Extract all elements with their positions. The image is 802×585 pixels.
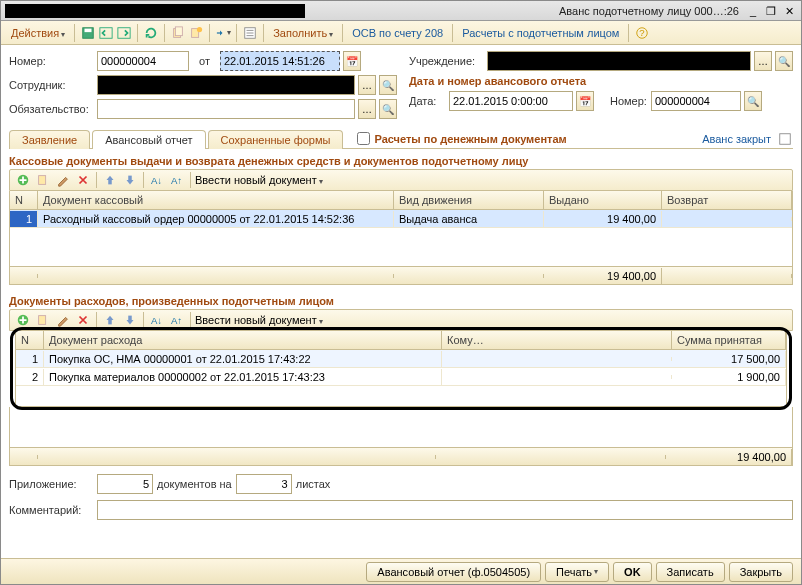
comment-input[interactable] xyxy=(97,500,793,520)
section1-title: Кассовые документы выдачи и возврата ден… xyxy=(9,155,793,167)
tab-advance-report[interactable]: Авансовый отчет xyxy=(92,130,205,149)
comment-label: Комментарий: xyxy=(9,504,93,516)
datetime-calendar-button[interactable]: 📅 xyxy=(343,51,361,71)
from-label: от xyxy=(199,55,210,67)
sort-desc-icon[interactable]: A↑ xyxy=(168,171,186,189)
add-icon[interactable] xyxy=(14,171,32,189)
col2-n[interactable]: N xyxy=(16,331,44,349)
col-doc[interactable]: Документ кассовый xyxy=(38,191,394,209)
section2-toolbar: A↓ A↑ Ввести новый документ xyxy=(9,309,793,331)
main-toolbar: Действия Заполнить ОСВ по счету 208 Расч… xyxy=(1,21,801,45)
datetime-input[interactable]: 22.01.2015 14:51:26 xyxy=(220,51,340,71)
new-copy-icon[interactable] xyxy=(188,25,204,41)
move-down-icon-2[interactable] xyxy=(121,311,139,329)
table-row[interactable]: 1 Расходный кассовый ордер 00000005 от 2… xyxy=(10,210,792,228)
col2-doc[interactable]: Документ расхода xyxy=(44,331,442,349)
number-input[interactable]: 000000004 xyxy=(97,51,189,71)
svg-rect-1 xyxy=(85,28,92,32)
report-number-search-button[interactable]: 🔍 xyxy=(744,91,762,111)
fill-menu[interactable]: Заполнить xyxy=(269,25,337,41)
copy-icon[interactable] xyxy=(170,25,186,41)
copy-row-icon-2[interactable] xyxy=(34,311,52,329)
obligation-input[interactable] xyxy=(97,99,355,119)
restore-button[interactable]: ❐ xyxy=(763,4,779,18)
svg-text:A↓: A↓ xyxy=(151,315,162,326)
institution-input[interactable] xyxy=(487,51,751,71)
nav-next-icon[interactable] xyxy=(116,25,132,41)
obligation-select-button[interactable]: … xyxy=(358,99,376,119)
save-button[interactable]: Записать xyxy=(656,562,725,582)
delete-icon[interactable] xyxy=(74,171,92,189)
sort-asc-icon-2[interactable]: A↓ xyxy=(148,311,166,329)
minimize-button[interactable]: _ xyxy=(745,4,761,18)
total-issued: 19 400,00 xyxy=(544,268,662,284)
save-icon[interactable] xyxy=(80,25,96,41)
report-date-calendar-button[interactable]: 📅 xyxy=(576,91,594,111)
sheets-count-input[interactable]: 3 xyxy=(236,474,292,494)
attachment-count-input[interactable]: 5 xyxy=(97,474,153,494)
number2-label: Номер: xyxy=(610,95,647,107)
employee-input[interactable] xyxy=(97,75,355,95)
col2-to[interactable]: Кому… xyxy=(442,331,672,349)
table-row[interactable]: 2 Покупка материалов 00000002 от 22.01.2… xyxy=(16,368,786,386)
copy-row-icon[interactable] xyxy=(34,171,52,189)
grid-cash-docs: N Документ кассовый Вид движения Выдано … xyxy=(9,191,793,285)
col2-sum[interactable]: Сумма принятая xyxy=(672,331,786,349)
docs-on-label: документов на xyxy=(157,478,232,490)
col-issued[interactable]: Выдано xyxy=(544,191,662,209)
report-number-input[interactable]: 000000004 xyxy=(651,91,741,111)
sort-asc-icon[interactable]: A↓ xyxy=(148,171,166,189)
sheets-label: листах xyxy=(296,478,331,490)
osv-link[interactable]: ОСВ по счету 208 xyxy=(348,25,447,41)
form-button[interactable]: Авансовый отчет (ф.0504505) xyxy=(366,562,541,582)
edit-icon-2[interactable] xyxy=(54,311,72,329)
employee-search-button[interactable]: 🔍 xyxy=(379,75,397,95)
window-title: Аванс подотчетному лицу 000…:26 xyxy=(313,5,743,17)
institution-search-button[interactable]: 🔍 xyxy=(775,51,793,71)
section2-title: Документы расходов, произведенных подотч… xyxy=(9,295,793,307)
delete-icon-2[interactable] xyxy=(74,311,92,329)
col-return[interactable]: Возврат xyxy=(662,191,792,209)
ok-button[interactable]: OK xyxy=(613,562,652,582)
svg-rect-23 xyxy=(108,320,112,324)
institution-select-button[interactable]: … xyxy=(754,51,772,71)
table-row[interactable]: 1 Покупка ОС, НМА 00000001 от 22.01.2015… xyxy=(16,350,786,368)
obligation-search-button[interactable]: 🔍 xyxy=(379,99,397,119)
money-docs-checkbox[interactable] xyxy=(357,132,370,145)
help-icon[interactable]: ? xyxy=(634,25,650,41)
svg-rect-17 xyxy=(108,180,112,184)
close-form-button[interactable]: Закрыть xyxy=(729,562,793,582)
tabs: Заявление Авансовый отчет Сохраненные фо… xyxy=(9,129,793,149)
sort-desc-icon-2[interactable]: A↑ xyxy=(168,311,186,329)
advance-closed-link[interactable]: Аванс закрыт xyxy=(696,131,777,147)
calc-link[interactable]: Расчеты с подотчетным лицом xyxy=(458,25,623,41)
enter-new-doc-2[interactable]: Ввести новый документ xyxy=(195,314,323,326)
actions-menu[interactable]: Действия xyxy=(7,25,69,41)
col-n[interactable]: N xyxy=(10,191,38,209)
add-icon-2[interactable] xyxy=(14,311,32,329)
svg-point-7 xyxy=(197,26,202,31)
report-date-input[interactable]: 22.01.2015 0:00:00 xyxy=(449,91,573,111)
employee-select-button[interactable]: … xyxy=(358,75,376,95)
print-button[interactable]: Печать xyxy=(545,562,609,582)
attachment-label: Приложение: xyxy=(9,478,93,490)
move-down-icon[interactable] xyxy=(121,171,139,189)
go-icon[interactable] xyxy=(215,25,231,41)
close-button[interactable]: ✕ xyxy=(781,4,797,18)
svg-rect-14 xyxy=(780,133,791,144)
list-icon[interactable] xyxy=(242,25,258,41)
tab-application[interactable]: Заявление xyxy=(9,130,90,149)
refresh-icon[interactable] xyxy=(143,25,159,41)
move-up-icon-2[interactable] xyxy=(101,311,119,329)
move-up-icon[interactable] xyxy=(101,171,119,189)
col-type[interactable]: Вид движения xyxy=(394,191,544,209)
svg-text:A↓: A↓ xyxy=(151,175,162,186)
edit-icon[interactable] xyxy=(54,171,72,189)
section1-toolbar: A↓ A↑ Ввести новый документ xyxy=(9,169,793,191)
advance-closed-icon[interactable] xyxy=(777,131,793,147)
number-label: Номер: xyxy=(9,55,93,67)
nav-prev-icon[interactable] xyxy=(98,25,114,41)
tab-saved-forms[interactable]: Сохраненные формы xyxy=(208,130,344,149)
grid-expense-foot: 19 400,00 xyxy=(9,407,793,466)
enter-new-doc-1[interactable]: Ввести новый документ xyxy=(195,174,323,186)
